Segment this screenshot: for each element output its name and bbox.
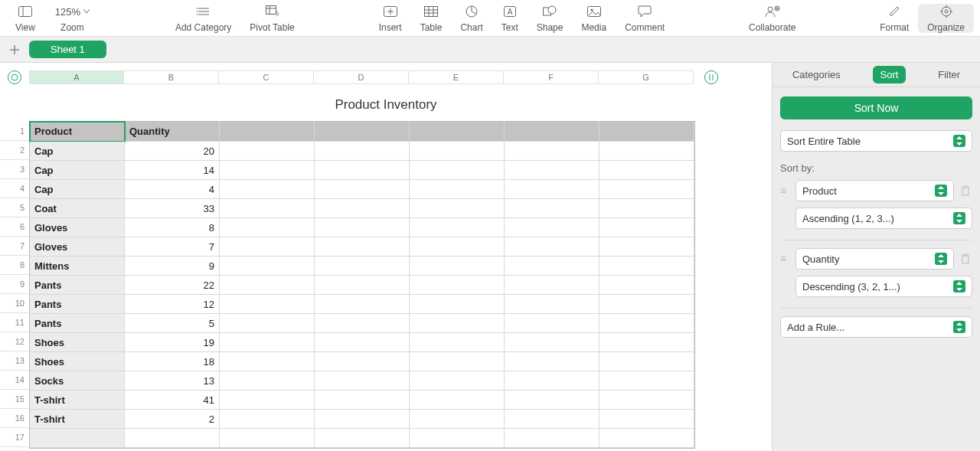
cell[interactable] [315, 295, 410, 314]
cell[interactable] [410, 391, 505, 410]
cell[interactable]: 41 [125, 391, 220, 410]
cell[interactable] [315, 257, 410, 276]
cell[interactable] [599, 333, 694, 352]
cell[interactable]: Pants [30, 295, 125, 314]
cell[interactable] [599, 218, 694, 237]
cell-B1[interactable]: Quantity [125, 122, 220, 142]
row-header[interactable]: 17 [0, 428, 29, 447]
cell[interactable] [599, 161, 694, 180]
cell[interactable]: 22 [125, 276, 220, 295]
cell[interactable] [220, 371, 315, 391]
add-rule-select[interactable]: Add a Rule... [780, 316, 972, 338]
cell[interactable] [410, 333, 505, 352]
add-sheet-button[interactable] [6, 41, 23, 58]
cell[interactable] [599, 410, 694, 429]
cell[interactable] [220, 410, 315, 429]
cell[interactable]: Mittens [30, 257, 125, 276]
cell[interactable] [315, 371, 410, 391]
cell[interactable]: Cap [30, 180, 125, 199]
cell[interactable] [220, 295, 315, 314]
cell[interactable] [505, 391, 599, 410]
cell[interactable]: Pants [30, 276, 125, 295]
text-button[interactable]: A Text [492, 4, 528, 33]
cell[interactable] [315, 199, 410, 218]
format-button[interactable]: Format [871, 4, 918, 33]
insert-button[interactable]: Insert [370, 4, 411, 33]
cell[interactable] [220, 391, 315, 410]
cell[interactable]: 4 [125, 180, 220, 199]
row-header[interactable]: 11 [0, 313, 29, 332]
cell[interactable] [220, 314, 315, 333]
sheet-tab[interactable]: Sheet 1 [29, 41, 106, 58]
table-button[interactable]: Table [411, 4, 452, 33]
row-header[interactable]: 12 [0, 332, 29, 351]
cell[interactable] [220, 276, 315, 295]
cell-F1[interactable] [505, 122, 599, 142]
col-header-G[interactable]: G [599, 70, 694, 84]
cell[interactable] [599, 314, 694, 333]
cell[interactable] [410, 257, 505, 276]
table-origin-handle[interactable] [8, 70, 21, 84]
cell[interactable] [599, 257, 694, 276]
cell[interactable] [220, 161, 315, 180]
cell[interactable] [410, 371, 505, 391]
row-header[interactable]: 16 [0, 409, 29, 428]
media-button[interactable]: Media [572, 4, 616, 33]
cell[interactable] [315, 391, 410, 410]
cell[interactable] [220, 352, 315, 371]
row-header[interactable]: 1 [0, 121, 29, 141]
cell[interactable] [599, 199, 694, 218]
sort-rule-1-order-select[interactable]: Ascending (1, 2, 3...) [795, 208, 972, 229]
col-header-A[interactable]: A [29, 70, 124, 84]
cell[interactable] [410, 429, 505, 448]
cell[interactable] [505, 410, 599, 429]
col-header-E[interactable]: E [409, 70, 504, 84]
cell[interactable] [505, 180, 599, 199]
cell[interactable] [220, 237, 315, 257]
cell[interactable] [505, 142, 599, 161]
tab-filter[interactable]: Filter [930, 66, 968, 83]
cell[interactable] [599, 180, 694, 199]
delete-rule-icon[interactable] [960, 185, 972, 197]
view-button[interactable]: View [6, 4, 44, 33]
row-header[interactable]: 2 [0, 141, 29, 160]
pivot-table-button[interactable]: Pivot Table [240, 4, 303, 33]
cell[interactable] [505, 371, 599, 391]
cell[interactable] [505, 199, 599, 218]
cell[interactable] [220, 429, 315, 448]
cell[interactable] [315, 333, 410, 352]
comment-button[interactable]: Comment [616, 4, 674, 33]
cell[interactable] [410, 218, 505, 237]
sort-scope-select[interactable]: Sort Entire Table [780, 130, 972, 152]
cell[interactable] [220, 142, 315, 161]
table-title[interactable]: Product Inventory [0, 97, 772, 113]
row-header[interactable]: 13 [0, 351, 29, 371]
cell[interactable] [410, 295, 505, 314]
cell[interactable]: Cap [30, 142, 125, 161]
cell[interactable]: T-shirt [30, 410, 125, 429]
cell[interactable]: Cap [30, 161, 125, 180]
cell[interactable] [315, 180, 410, 199]
sort-rule-1-column-select[interactable]: Product [795, 180, 954, 201]
cell[interactable] [410, 237, 505, 257]
cell[interactable]: 18 [125, 352, 220, 371]
delete-rule-icon[interactable] [960, 253, 972, 265]
organize-button[interactable]: Organize [918, 4, 974, 33]
cell[interactable]: 9 [125, 257, 220, 276]
cell-C1[interactable] [220, 122, 315, 142]
cell[interactable] [599, 429, 694, 448]
cell[interactable]: 5 [125, 314, 220, 333]
cell[interactable] [599, 276, 694, 295]
cell[interactable] [315, 410, 410, 429]
cell[interactable] [315, 237, 410, 257]
cell[interactable] [599, 237, 694, 257]
cell[interactable] [315, 352, 410, 371]
cell[interactable] [125, 429, 220, 448]
row-header[interactable]: 4 [0, 179, 29, 198]
cell[interactable] [315, 218, 410, 237]
row-header[interactable]: 14 [0, 371, 29, 390]
cell[interactable] [30, 429, 125, 448]
row-header[interactable]: 9 [0, 275, 29, 294]
row-header[interactable]: 3 [0, 160, 29, 179]
collaborate-button[interactable]: Collaborate [740, 4, 805, 33]
